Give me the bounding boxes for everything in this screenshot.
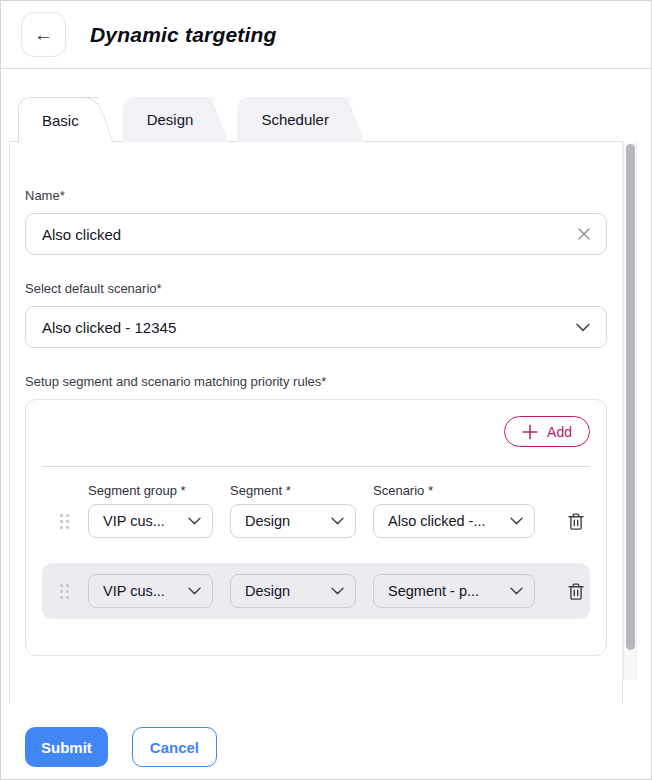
scrollbar[interactable] bbox=[623, 142, 637, 680]
trash-icon bbox=[567, 512, 585, 531]
name-field-group: Name* bbox=[25, 188, 607, 255]
default-scenario-select[interactable]: Also clicked - 12345 bbox=[25, 306, 607, 348]
segment-group-select[interactable]: VIP cus... bbox=[88, 504, 213, 538]
tab-design[interactable]: Design bbox=[123, 97, 214, 142]
scenario-select[interactable]: Also clicked -... bbox=[373, 504, 535, 538]
rules-container: Add Segment group * Segment * Scenario * bbox=[25, 399, 607, 656]
default-scenario-group: Select default scenario* Also clicked - … bbox=[25, 281, 607, 348]
segment-select[interactable]: Design bbox=[230, 504, 356, 538]
add-rule-label: Add bbox=[547, 424, 572, 440]
column-header-segment: Segment * bbox=[230, 483, 356, 498]
dynamic-targeting-window: ← Dynamic targeting Basic Design Schedul… bbox=[0, 0, 652, 780]
scenario-select[interactable]: Segment - p... bbox=[373, 574, 535, 608]
column-header-scenario: Scenario * bbox=[373, 483, 535, 498]
segment-group-value: VIP cus... bbox=[103, 513, 165, 529]
rules-toolbar: Add bbox=[42, 416, 590, 447]
tab-scheduler[interactable]: Scheduler bbox=[237, 97, 349, 142]
chevron-down-icon bbox=[510, 517, 523, 525]
tab-basic-label: Basic bbox=[42, 112, 79, 129]
tab-design-label: Design bbox=[147, 111, 194, 128]
scrollbar-thumb[interactable] bbox=[626, 144, 635, 650]
rules-group: Setup segment and scenario matching prio… bbox=[25, 374, 607, 656]
rule-row-highlighted: VIP cus... Design Segment - p... bbox=[42, 563, 590, 619]
header: ← Dynamic targeting bbox=[1, 1, 651, 69]
page-title: Dynamic targeting bbox=[90, 23, 277, 47]
add-rule-button[interactable]: Add bbox=[504, 416, 590, 447]
default-scenario-label: Select default scenario* bbox=[25, 281, 607, 296]
trash-icon bbox=[567, 582, 585, 601]
tab-basic[interactable]: Basic bbox=[18, 97, 99, 143]
plus-icon bbox=[522, 424, 538, 440]
name-input-wrap bbox=[25, 213, 607, 255]
chevron-down-icon bbox=[576, 323, 590, 332]
arrow-left-icon: ← bbox=[34, 25, 53, 44]
footer: Submit Cancel bbox=[1, 704, 651, 767]
form-panel: Name* Select default scenario* Also clic… bbox=[9, 141, 623, 704]
tab-scheduler-label: Scheduler bbox=[261, 111, 329, 128]
name-label: Name* bbox=[25, 188, 607, 203]
delete-rule-button[interactable] bbox=[567, 582, 587, 601]
chevron-down-icon bbox=[331, 517, 344, 525]
segment-value: Design bbox=[245, 513, 290, 529]
segment-value: Design bbox=[245, 583, 290, 599]
segment-select[interactable]: Design bbox=[230, 574, 356, 608]
rules-divider bbox=[42, 466, 590, 467]
chevron-down-icon bbox=[188, 517, 201, 525]
rule-row: VIP cus... Design Also clicked -... bbox=[42, 504, 590, 538]
delete-rule-button[interactable] bbox=[567, 512, 587, 531]
drag-handle-icon[interactable] bbox=[58, 582, 71, 601]
clear-name-button[interactable] bbox=[575, 225, 593, 243]
tab-bar: Basic Design Scheduler bbox=[1, 69, 651, 142]
cancel-button[interactable]: Cancel bbox=[132, 727, 217, 767]
segment-group-value: VIP cus... bbox=[103, 583, 165, 599]
name-input[interactable] bbox=[25, 213, 607, 255]
segment-group-select[interactable]: VIP cus... bbox=[88, 574, 213, 608]
chevron-down-icon bbox=[188, 587, 201, 595]
back-button[interactable]: ← bbox=[21, 12, 66, 57]
default-scenario-value: Also clicked - 12345 bbox=[42, 319, 176, 336]
chevron-down-icon bbox=[510, 587, 523, 595]
column-header-segment-group: Segment group * bbox=[88, 483, 213, 498]
scenario-value: Also clicked -... bbox=[388, 513, 486, 529]
chevron-down-icon bbox=[331, 587, 344, 595]
scenario-value: Segment - p... bbox=[388, 583, 479, 599]
submit-button[interactable]: Submit bbox=[25, 727, 108, 767]
drag-handle-icon[interactable] bbox=[58, 512, 71, 531]
rules-header-row: Segment group * Segment * Scenario * bbox=[42, 483, 590, 498]
rules-label: Setup segment and scenario matching prio… bbox=[25, 374, 607, 389]
x-icon bbox=[578, 228, 590, 240]
